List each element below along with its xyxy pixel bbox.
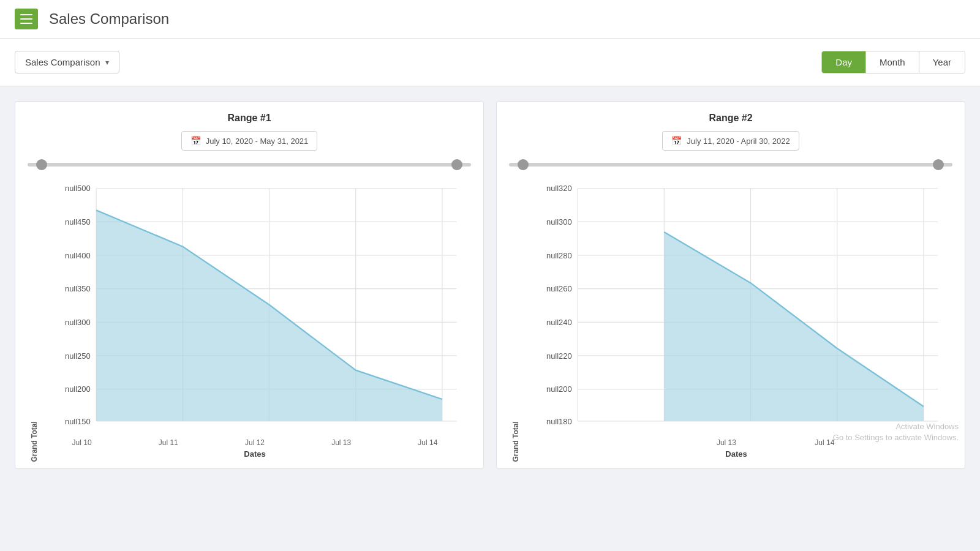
x-axis-title-range1: Dates [39, 447, 471, 462]
y-axis-label-range2: Grand Total [509, 174, 520, 462]
chart-svg-range1: null500 null450 null400 null350 null300 … [39, 174, 471, 436]
x-axis-labels-range1: Jul 10 Jul 11 Jul 12 Jul 13 Jul 14 [39, 436, 471, 447]
svg-text:null450: null450 [65, 217, 91, 227]
x-label: Jul 11 [159, 438, 178, 447]
svg-text:null500: null500 [65, 184, 91, 193]
chart-panel-range1: Range #1 📅 July 10, 2020 - May 31, 2021 … [15, 101, 484, 469]
svg-text:null180: null180 [546, 417, 572, 426]
period-day-button[interactable]: Day [822, 51, 866, 73]
slider-handle-left[interactable] [518, 159, 529, 170]
svg-text:null240: null240 [546, 318, 572, 327]
x-label: Jul 13 [717, 438, 736, 447]
toolbar: Sales Comparison ▾ Day Month Year [0, 39, 980, 86]
dropdown-label: Sales Comparison [25, 57, 100, 67]
chart1-slider [28, 159, 471, 170]
slider-handle-left[interactable] [36, 159, 47, 170]
svg-text:null200: null200 [65, 384, 91, 394]
slider-handle-right[interactable] [451, 159, 462, 170]
chart-panel-range2: Range #2 📅 July 11, 2020 - April 30, 202… [496, 101, 965, 469]
chart-svg-container-range2: null320 null300 null280 null260 null240 … [520, 174, 952, 436]
svg-text:null400: null400 [65, 251, 91, 260]
chart-title-range1: Range #1 [28, 113, 471, 124]
date-range-label-range1: July 10, 2020 - May 31, 2021 [206, 137, 309, 146]
period-month-button[interactable]: Month [866, 51, 919, 73]
header: Sales Comparison [0, 0, 980, 39]
y-axis-label-range1: Grand Total [28, 174, 39, 462]
period-selector: Day Month Year [821, 51, 965, 73]
date-range-button-range1[interactable]: 📅 July 10, 2020 - May 31, 2021 [181, 131, 318, 151]
x-axis-title-range2: Dates [520, 447, 952, 462]
x-label: Jul 14 [815, 438, 834, 447]
date-range-label-range2: July 11, 2020 - April 30, 2022 [687, 137, 790, 146]
x-label: Jul 14 [418, 438, 437, 447]
chart-svg-container-range1: null500 null450 null400 null350 null300 … [39, 174, 471, 436]
watermark-line1: Activate Windows [833, 421, 959, 432]
x-label: Jul 12 [245, 438, 265, 447]
svg-text:null300: null300 [546, 217, 572, 227]
calendar-icon: 📅 [671, 136, 682, 146]
svg-text:null350: null350 [65, 284, 91, 293]
chart-svg-range2: null320 null300 null280 null260 null240 … [520, 174, 952, 436]
menu-button[interactable] [15, 9, 38, 29]
svg-text:null220: null220 [546, 351, 572, 361]
svg-text:null320: null320 [546, 184, 572, 193]
page-title: Sales Comparison [49, 10, 169, 28]
slider-handle-right[interactable] [933, 159, 944, 170]
x-label: Jul 10 [72, 438, 92, 447]
chart-inner-range1: null500 null450 null400 null350 null300 … [39, 174, 471, 462]
main-content: Range #1 📅 July 10, 2020 - May 31, 2021 … [0, 86, 980, 484]
x-label: Jul 13 [331, 438, 351, 447]
calendar-icon: 📅 [190, 136, 201, 146]
svg-text:null300: null300 [65, 318, 91, 327]
svg-text:null260: null260 [546, 284, 572, 293]
chart-area-range2: Grand Total [509, 174, 952, 462]
chart2-slider [509, 159, 952, 170]
report-dropdown[interactable]: Sales Comparison ▾ [15, 51, 119, 73]
period-year-button[interactable]: Year [919, 51, 965, 73]
watermark-line2: Go to Settings to activate Windows. [833, 432, 959, 443]
svg-marker-43 [664, 232, 924, 421]
chevron-down-icon: ▾ [105, 58, 109, 67]
date-range-button-range2[interactable]: 📅 July 11, 2020 - April 30, 2022 [662, 131, 799, 151]
svg-text:null250: null250 [65, 351, 91, 361]
chart-area-range1: Grand Total [28, 174, 471, 462]
watermark: Activate Windows Go to Settings to activ… [833, 421, 959, 443]
slider-track [28, 163, 471, 167]
svg-text:null150: null150 [65, 417, 91, 426]
chart-title-range2: Range #2 [509, 113, 952, 124]
chart-inner-range2: null320 null300 null280 null260 null240 … [520, 174, 952, 462]
svg-text:null280: null280 [546, 251, 572, 260]
svg-text:null200: null200 [546, 384, 572, 394]
slider-track [509, 163, 952, 167]
